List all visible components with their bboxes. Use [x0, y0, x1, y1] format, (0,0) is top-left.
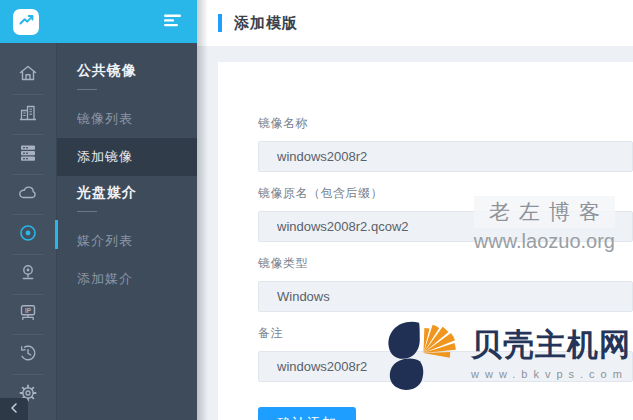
submenu-item-add-image[interactable]: 添加镜像: [57, 138, 197, 176]
add-template-form: 镜像名称 镜像原名（包含后缀） 镜像类型 备注 确认添加: [218, 62, 633, 420]
svg-text:IP: IP: [25, 306, 32, 313]
sidebar: IP 公共镜像 镜像列表 添加镜像: [0, 0, 197, 420]
submenu-item-media-list[interactable]: 媒介列表: [57, 222, 197, 260]
spread-menu-icon[interactable]: [164, 13, 182, 31]
field-image-name: 镜像名称: [258, 115, 633, 172]
submenu-divider: [77, 211, 97, 212]
rail-item-home[interactable]: [0, 55, 57, 94]
page-header: 添加模版: [197, 0, 633, 47]
rail-item-location[interactable]: [0, 255, 57, 294]
chevron-left-icon: [9, 400, 19, 418]
cloud-icon: [17, 182, 39, 208]
remark-input[interactable]: [258, 351, 633, 382]
page-title: 添加模版: [234, 14, 298, 33]
history-icon: [17, 342, 39, 368]
disc-icon: [17, 222, 39, 248]
server-stack-icon: [17, 142, 39, 168]
rail-item-server[interactable]: [0, 135, 57, 174]
image-name-label: 镜像名称: [258, 115, 633, 132]
confirm-add-button[interactable]: 确认添加: [258, 407, 356, 420]
main-content: 添加模版 镜像名称 镜像原名（包含后缀） 镜像类型 备注: [197, 0, 633, 420]
submenu-heading-public-images: 公共镜像: [57, 62, 197, 80]
submenu: 公共镜像 镜像列表 添加镜像 光盘媒介 媒介列表 添加媒介: [57, 43, 197, 420]
app-window: IP 公共镜像 镜像列表 添加镜像: [0, 0, 633, 420]
sidebar-collapse-button[interactable]: [0, 398, 28, 420]
rail-item-ip[interactable]: IP: [0, 295, 57, 334]
home-icon: [17, 62, 39, 88]
title-accent-bar: [218, 14, 222, 32]
image-original-name-input[interactable]: [258, 211, 633, 242]
rail-item-disc[interactable]: [0, 215, 57, 254]
rail-item-building[interactable]: [0, 95, 57, 134]
image-name-input[interactable]: [258, 141, 633, 172]
remark-label: 备注: [258, 325, 633, 342]
submenu-item-image-list[interactable]: 镜像列表: [57, 100, 197, 138]
image-type-input[interactable]: [258, 281, 633, 312]
submenu-item-add-media[interactable]: 添加媒介: [57, 260, 197, 298]
field-image-original-name: 镜像原名（包含后缀）: [258, 185, 633, 242]
submenu-heading-cd-media: 光盘媒介: [57, 184, 197, 202]
app-logo[interactable]: [13, 9, 39, 35]
sidebar-header: [0, 0, 197, 43]
field-image-type: 镜像类型: [258, 255, 633, 312]
rail-item-cloud[interactable]: [0, 175, 57, 214]
rail-item-history[interactable]: [0, 335, 57, 374]
field-remark: 备注: [258, 325, 633, 382]
image-original-name-label: 镜像原名（包含后缀）: [258, 185, 633, 202]
image-type-label: 镜像类型: [258, 255, 633, 272]
form-panel: 镜像名称 镜像原名（包含后缀） 镜像类型 备注 确认添加: [218, 62, 633, 420]
trend-up-icon: [18, 11, 35, 32]
location-pin-icon: [17, 262, 39, 288]
building-icon: [17, 102, 39, 128]
ip-network-icon: IP: [17, 302, 39, 328]
submenu-divider: [77, 89, 97, 90]
icon-rail: IP: [0, 43, 57, 420]
